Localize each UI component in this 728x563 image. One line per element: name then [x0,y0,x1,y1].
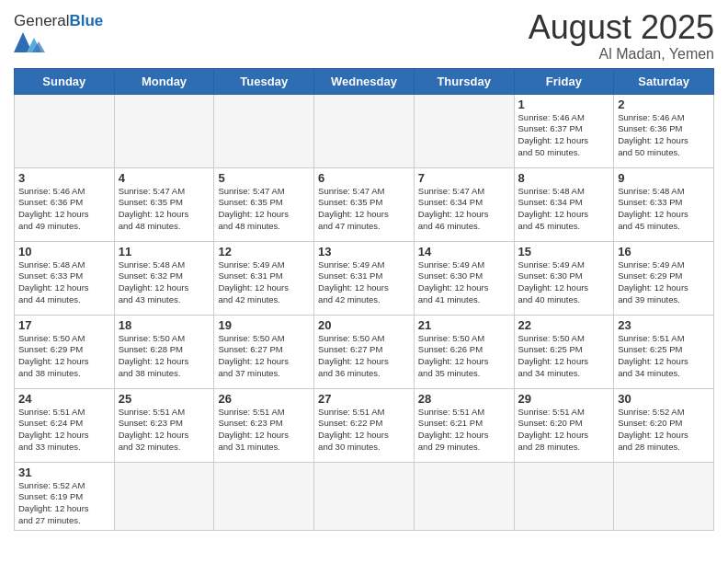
day-number: 6 [318,171,410,185]
calendar: SundayMondayTuesdayWednesdayThursdayFrid… [14,68,714,531]
day-number: 29 [518,392,610,406]
day-of-week-header: Wednesday [314,68,415,94]
day-number: 13 [318,245,410,259]
day-number: 27 [318,392,410,406]
day-info: Sunrise: 5:48 AM Sunset: 6:32 PM Dayligh… [119,259,210,306]
calendar-day-cell: 25Sunrise: 5:51 AM Sunset: 6:23 PM Dayli… [114,388,214,462]
calendar-week-row: 10Sunrise: 5:48 AM Sunset: 6:33 PM Dayli… [15,241,714,315]
calendar-week-row: 24Sunrise: 5:51 AM Sunset: 6:24 PM Dayli… [15,388,714,462]
calendar-day-cell: 14Sunrise: 5:49 AM Sunset: 6:30 PM Dayli… [414,241,514,315]
calendar-day-cell [114,94,214,167]
day-number: 4 [119,171,210,185]
calendar-day-cell: 16Sunrise: 5:49 AM Sunset: 6:29 PM Dayli… [614,241,714,315]
day-of-week-header: Tuesday [214,68,314,94]
day-info: Sunrise: 5:50 AM Sunset: 6:27 PM Dayligh… [318,333,410,380]
day-info: Sunrise: 5:51 AM Sunset: 6:23 PM Dayligh… [119,407,210,454]
calendar-day-cell: 7Sunrise: 5:47 AM Sunset: 6:34 PM Daylig… [414,167,514,241]
calendar-day-cell: 19Sunrise: 5:50 AM Sunset: 6:27 PM Dayli… [214,315,314,388]
day-number: 22 [518,318,610,332]
day-number: 1 [518,98,610,111]
day-number: 5 [218,171,310,185]
calendar-day-cell: 4Sunrise: 5:47 AM Sunset: 6:35 PM Daylig… [114,167,214,241]
calendar-day-cell: 29Sunrise: 5:51 AM Sunset: 6:20 PM Dayli… [514,388,614,462]
day-number: 8 [518,171,610,185]
day-of-week-header: Saturday [614,68,714,94]
day-info: Sunrise: 5:48 AM Sunset: 6:33 PM Dayligh… [18,259,110,306]
calendar-day-cell: 21Sunrise: 5:50 AM Sunset: 6:26 PM Dayli… [414,315,514,388]
day-number: 30 [618,392,710,406]
day-of-week-header: Monday [114,68,214,94]
calendar-day-cell: 15Sunrise: 5:49 AM Sunset: 6:30 PM Dayli… [514,241,614,315]
calendar-day-cell [214,462,314,530]
calendar-day-cell: 20Sunrise: 5:50 AM Sunset: 6:27 PM Dayli… [314,315,415,388]
day-number: 2 [618,98,710,111]
calendar-day-cell: 26Sunrise: 5:51 AM Sunset: 6:23 PM Dayli… [214,388,314,462]
day-number: 16 [618,245,710,259]
calendar-week-row: 17Sunrise: 5:50 AM Sunset: 6:29 PM Dayli… [15,315,714,388]
day-number: 26 [218,392,310,406]
calendar-day-cell [214,94,314,167]
calendar-week-row: 31Sunrise: 5:52 AM Sunset: 6:19 PM Dayli… [15,462,714,530]
day-info: Sunrise: 5:49 AM Sunset: 6:29 PM Dayligh… [618,259,710,306]
calendar-day-cell: 23Sunrise: 5:51 AM Sunset: 6:25 PM Dayli… [614,315,714,388]
calendar-day-cell [514,462,614,530]
day-info: Sunrise: 5:50 AM Sunset: 6:26 PM Dayligh… [418,333,510,380]
calendar-day-cell: 18Sunrise: 5:50 AM Sunset: 6:28 PM Dayli… [114,315,214,388]
day-info: Sunrise: 5:47 AM Sunset: 6:35 PM Dayligh… [218,186,310,233]
day-number: 10 [18,245,110,259]
day-number: 18 [119,318,210,332]
day-info: Sunrise: 5:49 AM Sunset: 6:30 PM Dayligh… [518,259,610,306]
day-number: 31 [18,465,110,479]
calendar-day-cell [15,94,115,167]
day-number: 3 [18,171,110,185]
day-info: Sunrise: 5:47 AM Sunset: 6:35 PM Dayligh… [318,186,410,233]
logo: GeneralBlue [14,13,103,56]
calendar-week-row: 3Sunrise: 5:46 AM Sunset: 6:36 PM Daylig… [15,167,714,241]
calendar-day-cell: 1Sunrise: 5:46 AM Sunset: 6:37 PM Daylig… [514,94,614,167]
day-info: Sunrise: 5:51 AM Sunset: 6:25 PM Dayligh… [618,333,710,380]
calendar-week-row: 1Sunrise: 5:46 AM Sunset: 6:37 PM Daylig… [15,94,714,167]
page: GeneralBlue August 2025 Al Madan, Yemen … [0,0,728,540]
calendar-day-cell: 13Sunrise: 5:49 AM Sunset: 6:31 PM Dayli… [314,241,415,315]
day-info: Sunrise: 5:47 AM Sunset: 6:35 PM Dayligh… [119,186,210,233]
calendar-day-cell: 5Sunrise: 5:47 AM Sunset: 6:35 PM Daylig… [214,167,314,241]
day-info: Sunrise: 5:46 AM Sunset: 6:37 PM Dayligh… [518,112,610,159]
calendar-day-cell: 28Sunrise: 5:51 AM Sunset: 6:21 PM Dayli… [414,388,514,462]
header: GeneralBlue August 2025 Al Madan, Yemen [14,9,714,63]
day-info: Sunrise: 5:50 AM Sunset: 6:27 PM Dayligh… [218,333,310,380]
logo-text: GeneralBlue [14,13,103,30]
day-info: Sunrise: 5:49 AM Sunset: 6:31 PM Dayligh… [218,259,310,306]
calendar-day-cell: 31Sunrise: 5:52 AM Sunset: 6:19 PM Dayli… [15,462,115,530]
day-info: Sunrise: 5:46 AM Sunset: 6:36 PM Dayligh… [18,186,110,233]
day-number: 15 [518,245,610,259]
day-number: 20 [318,318,410,332]
day-info: Sunrise: 5:48 AM Sunset: 6:34 PM Dayligh… [518,186,610,233]
day-info: Sunrise: 5:50 AM Sunset: 6:25 PM Dayligh… [518,333,610,380]
day-info: Sunrise: 5:52 AM Sunset: 6:19 PM Dayligh… [18,480,110,527]
day-info: Sunrise: 5:51 AM Sunset: 6:22 PM Dayligh… [318,407,410,454]
calendar-header-row: SundayMondayTuesdayWednesdayThursdayFrid… [15,68,714,94]
calendar-day-cell: 12Sunrise: 5:49 AM Sunset: 6:31 PM Dayli… [214,241,314,315]
calendar-day-cell: 11Sunrise: 5:48 AM Sunset: 6:32 PM Dayli… [114,241,214,315]
title-block: August 2025 Al Madan, Yemen [529,9,714,63]
day-info: Sunrise: 5:51 AM Sunset: 6:21 PM Dayligh… [418,407,510,454]
calendar-day-cell: 30Sunrise: 5:52 AM Sunset: 6:20 PM Dayli… [614,388,714,462]
day-info: Sunrise: 5:50 AM Sunset: 6:29 PM Dayligh… [18,333,110,380]
day-of-week-header: Friday [514,68,614,94]
day-info: Sunrise: 5:50 AM Sunset: 6:28 PM Dayligh… [119,333,210,380]
calendar-day-cell: 3Sunrise: 5:46 AM Sunset: 6:36 PM Daylig… [15,167,115,241]
day-of-week-header: Thursday [414,68,514,94]
location: Al Madan, Yemen [529,46,714,63]
day-info: Sunrise: 5:46 AM Sunset: 6:36 PM Dayligh… [618,112,710,159]
day-number: 9 [618,171,710,185]
calendar-day-cell [114,462,214,530]
day-number: 12 [218,245,310,259]
day-number: 17 [18,318,110,332]
month-year: August 2025 [529,9,714,46]
day-info: Sunrise: 5:51 AM Sunset: 6:24 PM Dayligh… [18,407,110,454]
day-info: Sunrise: 5:51 AM Sunset: 6:23 PM Dayligh… [218,407,310,454]
day-number: 14 [418,245,510,259]
calendar-day-cell: 6Sunrise: 5:47 AM Sunset: 6:35 PM Daylig… [314,167,415,241]
day-info: Sunrise: 5:48 AM Sunset: 6:33 PM Dayligh… [618,186,710,233]
day-number: 25 [119,392,210,406]
